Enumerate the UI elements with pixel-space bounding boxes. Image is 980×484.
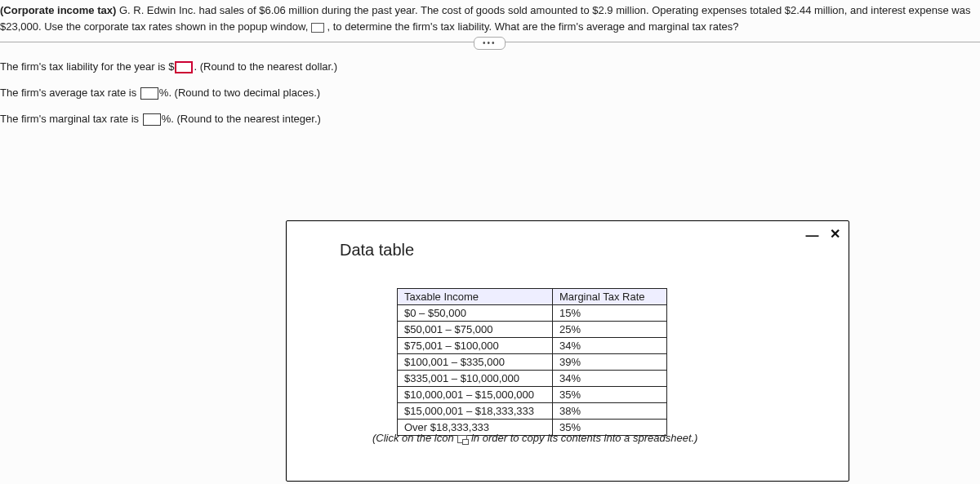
problem-title: (Corporate income tax) xyxy=(0,4,116,16)
answer-line-average: The firm's average tax rate is %. (Round… xyxy=(0,87,980,100)
close-icon[interactable]: ✕ xyxy=(830,226,840,242)
modal-controls: — ✕ xyxy=(797,226,840,243)
marginal-label-b: %. (Round to the nearest integer.) xyxy=(162,113,321,125)
copy-note-b: in order to copy its contents into a spr… xyxy=(468,432,697,444)
liability-label-b: . (Round to the nearest dollar.) xyxy=(194,60,337,73)
cell-income: $0 – $50,000 xyxy=(398,305,553,322)
table-row: $100,001 – $335,00039% xyxy=(398,354,667,371)
cell-rate: 15% xyxy=(553,305,667,322)
copy-note-a: (Click on the icon xyxy=(372,432,457,444)
cell-income: $335,001 – $10,000,000 xyxy=(398,371,553,387)
modal-title: Data table xyxy=(340,241,414,260)
cell-rate: 38% xyxy=(553,403,667,420)
tax-liability-input[interactable] xyxy=(175,61,193,73)
answer-line-liability: The firm's tax liability for the year is… xyxy=(0,60,980,73)
problem-body-b: , to determine the firm's tax liability.… xyxy=(324,20,739,33)
answer-section: The firm's tax liability for the year is… xyxy=(0,60,980,126)
cell-income: $75,001 – $100,000 xyxy=(398,338,553,354)
table-row: $335,001 – $10,000,00034% xyxy=(398,371,667,387)
copy-note: (Click on the icon in order to copy its … xyxy=(372,432,697,444)
header-rate: Marginal Tax Rate xyxy=(553,289,667,305)
marginal-rate-input[interactable] xyxy=(143,113,161,126)
cell-rate: 25% xyxy=(553,322,667,338)
cell-income: $50,001 – $75,000 xyxy=(398,322,553,338)
minimize-icon[interactable]: — xyxy=(805,229,818,243)
answer-line-marginal: The firm's marginal tax rate is %. (Roun… xyxy=(0,113,980,126)
spreadsheet-icon[interactable] xyxy=(311,23,324,33)
table-header-row: Taxable Income Marginal Tax Rate xyxy=(398,289,667,305)
average-label-a: The firm's average tax rate is xyxy=(0,87,140,99)
cell-income: $15,000,001 – $18,333,333 xyxy=(398,403,553,420)
table-row: $0 – $50,00015% xyxy=(398,305,667,322)
header-income: Taxable Income xyxy=(398,289,553,305)
cell-income: $10,000,001 – $15,000,000 xyxy=(398,387,553,403)
tax-table: Taxable Income Marginal Tax Rate $0 – $5… xyxy=(397,288,667,436)
table-row: $50,001 – $75,00025% xyxy=(398,322,667,338)
marginal-label-a: The firm's marginal tax rate is xyxy=(0,113,142,125)
data-table-modal: — ✕ Data table Taxable Income Marginal T… xyxy=(286,220,849,482)
cell-rate: 34% xyxy=(553,371,667,387)
copy-icon[interactable] xyxy=(457,435,467,443)
table-row: $10,000,001 – $15,000,00035% xyxy=(398,387,667,403)
cell-rate: 35% xyxy=(553,387,667,403)
cell-income: $100,001 – $335,000 xyxy=(398,354,553,371)
cell-rate: 34% xyxy=(553,338,667,354)
average-label-b: %. (Round to two decimal places.) xyxy=(159,87,320,99)
liability-label-a: The firm's tax liability for the year is… xyxy=(0,60,174,73)
ellipsis-pill[interactable]: ••• xyxy=(474,37,506,50)
table-row: $15,000,001 – $18,333,33338% xyxy=(398,403,667,420)
cell-rate: 39% xyxy=(553,354,667,371)
table-row: $75,001 – $100,00034% xyxy=(398,338,667,354)
average-rate-input[interactable] xyxy=(140,87,158,100)
